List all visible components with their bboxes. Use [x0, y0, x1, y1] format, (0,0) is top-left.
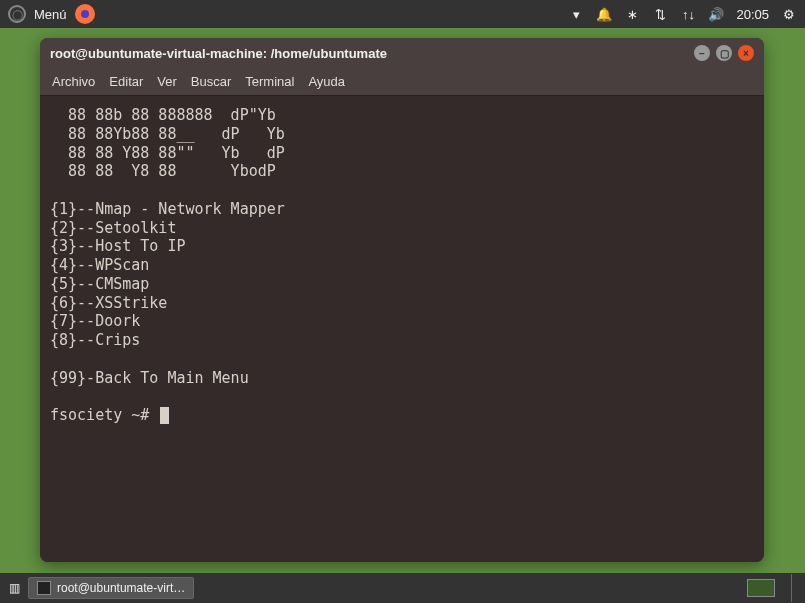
network-manager-icon[interactable]: ⇅: [652, 7, 668, 22]
menu-option-back: {99}-Back To Main Menu: [50, 369, 754, 388]
ascii-line: 88 88Yb88 88__ dP Yb: [50, 125, 754, 144]
terminal-menubar: Archivo Editar Ver Buscar Terminal Ayuda: [40, 68, 764, 96]
menu-option: {3}--Host To IP: [50, 237, 754, 256]
ubuntu-mate-logo-icon[interactable]: ◯: [8, 5, 26, 23]
volume-icon[interactable]: 🔊: [708, 7, 724, 22]
terminal-output[interactable]: 88 88b 88 888888 dP"Yb 88 88Yb88 88__ dP…: [40, 96, 764, 562]
menu-option: {4}--WPScan: [50, 256, 754, 275]
shell-prompt: fsociety ~#: [50, 406, 158, 425]
menu-editar[interactable]: Editar: [109, 74, 143, 89]
menu-option: {5}--CMSmap: [50, 275, 754, 294]
close-button[interactable]: ×: [738, 45, 754, 61]
terminal-icon: [37, 581, 51, 595]
bluetooth-icon[interactable]: ∗: [624, 7, 640, 22]
menu-ver[interactable]: Ver: [157, 74, 177, 89]
ascii-line: 88 88 Y88 88"" Yb dP: [50, 144, 754, 163]
menu-ayuda[interactable]: Ayuda: [308, 74, 345, 89]
workspace-switcher[interactable]: [747, 579, 775, 597]
top-panel: ◯ Menú ▾ 🔔 ∗ ⇅ ↑↓ 🔊 20:05 ⚙: [0, 0, 805, 28]
text-cursor: [160, 407, 169, 424]
menu-archivo[interactable]: Archivo: [52, 74, 95, 89]
menu-option: {7}--Doork: [50, 312, 754, 331]
ascii-line: 88 88b 88 888888 dP"Yb: [50, 106, 754, 125]
notification-bell-icon[interactable]: 🔔: [596, 7, 612, 22]
maximize-button[interactable]: ▢: [716, 45, 732, 61]
firefox-icon[interactable]: [75, 4, 95, 24]
taskbar-entry-terminal[interactable]: root@ubuntumate-virt…: [28, 577, 194, 599]
show-desktop-icon[interactable]: ▥: [6, 581, 22, 595]
window-titlebar[interactable]: root@ubuntumate-virtual-machine: /home/u…: [40, 38, 764, 68]
minimize-button[interactable]: −: [694, 45, 710, 61]
menu-terminal[interactable]: Terminal: [245, 74, 294, 89]
menu-label[interactable]: Menú: [34, 7, 67, 22]
menu-option: {8}--Crips: [50, 331, 754, 350]
ascii-line: 88 88 Y8 88 YbodP: [50, 162, 754, 181]
clock[interactable]: 20:05: [736, 7, 769, 22]
menu-option: {1}--Nmap - Network Mapper: [50, 200, 754, 219]
terminal-window: root@ubuntumate-virtual-machine: /home/u…: [40, 38, 764, 562]
settings-gear-icon[interactable]: ⚙: [781, 7, 797, 22]
bottom-panel: ▥ root@ubuntumate-virt…: [0, 573, 805, 603]
dropdown-icon[interactable]: ▾: [568, 7, 584, 22]
taskbar-entry-label: root@ubuntumate-virt…: [57, 581, 185, 595]
window-title: root@ubuntumate-virtual-machine: /home/u…: [50, 46, 387, 61]
network-arrows-icon[interactable]: ↑↓: [680, 7, 696, 22]
menu-buscar[interactable]: Buscar: [191, 74, 231, 89]
menu-option: {2}--Setoolkit: [50, 219, 754, 238]
menu-option: {6}--XSStrike: [50, 294, 754, 313]
panel-edge[interactable]: [791, 574, 799, 602]
